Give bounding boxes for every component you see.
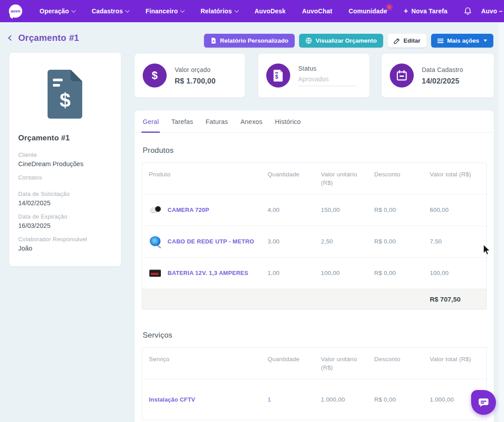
account-menu[interactable]: Auvo – Marketing	[481, 8, 504, 15]
budget-value-card: $ Valor orçado R$ 1.700,00	[134, 53, 245, 98]
top-navigation: auvo Operação Cadastros Financeiro Relat…	[0, 0, 504, 22]
services-table-header: Serviço Quantidade Valor unitário (R$) D…	[142, 348, 486, 379]
nav-item-relatorios[interactable]: Relatórios	[200, 8, 238, 15]
field-data-expiracao: Data de Expiração 16/03/2025	[18, 213, 112, 229]
nav-item-comunidade[interactable]: Comunidade	[349, 8, 388, 15]
product-link[interactable]: CABO DE REDE UTP - METRO	[168, 238, 254, 245]
edit-button[interactable]: Editar	[388, 34, 427, 48]
table-row: Instalação CFTV 1 1.000,00 R$ 0,00 1.000…	[142, 379, 486, 420]
field-contatos: Contatos	[18, 174, 112, 181]
tab-geral[interactable]: Geral	[143, 111, 159, 132]
nav-item-label: Cadastros	[92, 8, 123, 15]
field-label: Contatos	[18, 174, 112, 181]
more-actions-button[interactable]: Mais ações	[431, 34, 493, 48]
column-header: Serviço	[142, 355, 268, 364]
service-link[interactable]: Instalação CFTV	[149, 396, 195, 403]
discount-value: R$ 0,00	[374, 270, 430, 276]
invoice-status-icon: $	[266, 64, 290, 88]
status-select[interactable]: Aprovados	[298, 76, 357, 86]
product-thumbnail-cable	[149, 235, 162, 248]
view-budget-label: Visualizar Orçamento	[316, 37, 377, 44]
auvo-logo[interactable]: auvo	[9, 4, 23, 18]
nav-item-auvochat[interactable]: AuvoChat	[302, 8, 332, 15]
table-row: CABO DE REDE UTP - METRO 3,00 2,50 R$ 0,…	[142, 226, 486, 257]
quantity-value: 3,00	[268, 238, 321, 245]
tab-tarefas[interactable]: Tarefas	[171, 111, 193, 132]
products-total-value: R$ 707,50	[430, 295, 486, 303]
field-cliente: Cliente CineDream Produções	[18, 151, 112, 167]
notifications-bell-button[interactable]	[464, 7, 472, 15]
table-row: BATERIA 12V. 1,3 AMPERES 1,00 100,00 R$ …	[142, 257, 486, 289]
nav-item-label: Nova Tarefa	[411, 8, 447, 15]
field-label: Cliente	[18, 151, 112, 158]
nav-item-label: Comunidade	[349, 8, 388, 15]
column-header: Valor total (R$)	[430, 355, 486, 364]
notification-dot-icon	[386, 4, 393, 11]
custom-report-label: Relatório Personalizado	[220, 37, 288, 44]
product-link[interactable]: CAMERA 720P	[168, 207, 209, 213]
field-label: Data de Expiração	[18, 213, 112, 220]
discount-value: R$ 0,00	[374, 396, 430, 403]
column-header: Quantidade	[268, 171, 321, 179]
field-label: Data de Solicitação	[18, 191, 112, 197]
field-value: 14/02/2025	[18, 199, 112, 207]
nav-item-operacao[interactable]: Operação	[40, 8, 75, 15]
tab-anexos[interactable]: Anexos	[240, 111, 263, 132]
view-budget-button[interactable]: Visualizar Orçamento	[299, 34, 383, 48]
edit-pencil-icon	[394, 38, 400, 44]
register-date-card: Data Cadastro 14/02/2025	[381, 53, 494, 98]
report-document-icon	[210, 37, 216, 44]
custom-report-button[interactable]: Relatório Personalizado	[204, 34, 295, 48]
total-value: 600,00	[430, 207, 486, 213]
chat-fab-button[interactable]	[471, 390, 496, 415]
product-link[interactable]: BATERIA 12V. 1,3 AMPERES	[168, 270, 248, 276]
chat-icon	[478, 398, 489, 407]
dollar-glyph: $	[152, 69, 157, 82]
register-date-label: Data Cadastro	[422, 66, 463, 73]
column-header: Quantidade	[268, 355, 321, 364]
tab-historico[interactable]: Histórico	[275, 111, 301, 132]
budget-main-panel: Geral Tarefas Faturas Anexos Histórico P…	[134, 110, 494, 422]
products-total-row: R$ 707,50	[142, 289, 486, 309]
nav-item-label: Relatórios	[200, 8, 232, 15]
column-header: Valor unitário (R$)	[321, 171, 374, 187]
dollar-glyph: $	[44, 89, 87, 111]
budget-detail-card: $ Orçamento #1 Cliente CineDream Produçõ…	[9, 52, 121, 267]
services-table: Serviço Quantidade Valor unitário (R$) D…	[142, 347, 487, 420]
page-title: Orçamento #1	[18, 33, 79, 43]
globe-icon	[305, 37, 312, 44]
nav-item-label: AuvoChat	[302, 8, 332, 15]
chevron-down-icon	[72, 8, 76, 12]
budget-value-amount: R$ 1.700,00	[175, 77, 216, 85]
calendar-icon	[390, 64, 414, 88]
total-value: 7,50	[430, 238, 486, 245]
tab-faturas[interactable]: Faturas	[205, 111, 228, 132]
edit-label: Editar	[404, 37, 420, 44]
status-card: $ Status Aprovados	[258, 53, 370, 98]
register-date-value: 14/02/2025	[422, 77, 463, 85]
bell-icon	[464, 7, 472, 15]
menu-lines-icon	[437, 38, 444, 44]
products-table-header: Produto Quantidade Valor unitário (R$) D…	[142, 163, 486, 194]
unit-value: 100,00	[321, 270, 374, 276]
scrollbar-track[interactable]	[499, 22, 504, 422]
nav-item-nova-tarefa[interactable]: + Nova Tarefa	[404, 8, 447, 15]
nav-item-cadastros[interactable]: Cadastros	[92, 8, 129, 15]
column-header: Desconto	[374, 355, 430, 364]
more-actions-label: Mais ações	[447, 37, 479, 44]
tab-bar: Geral Tarefas Faturas Anexos Histórico	[135, 111, 494, 133]
field-value: 16/03/2025	[18, 222, 112, 229]
column-header: Produto	[142, 171, 268, 179]
product-thumbnail-camera	[149, 203, 162, 217]
quantity-value: 4,00	[268, 207, 321, 213]
back-button[interactable]	[8, 35, 14, 41]
logo-bubble-tail	[9, 14, 14, 19]
detail-card-title: Orçamento #1	[18, 134, 112, 143]
nav-item-financeiro[interactable]: Financeiro	[145, 8, 184, 15]
nav-item-auvodesk[interactable]: AuvoDesk	[255, 8, 286, 15]
chevron-down-icon	[180, 8, 185, 12]
unit-value: 150,00	[321, 207, 374, 213]
table-row: CAMERA 720P 4,00 150,00 R$ 0,00 600,00	[142, 194, 486, 226]
status-label: Status	[298, 65, 357, 72]
plus-icon: +	[404, 7, 408, 15]
